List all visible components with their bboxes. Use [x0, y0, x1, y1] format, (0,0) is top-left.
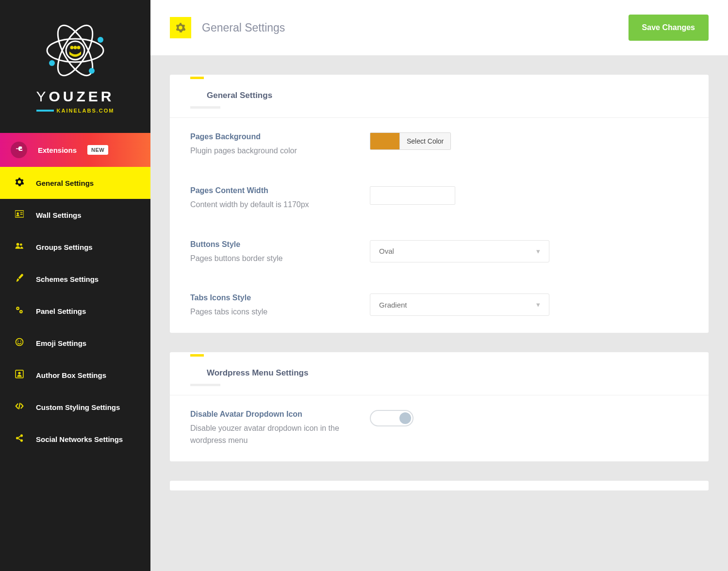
- smile-icon: [14, 338, 25, 349]
- chevron-down-icon: ▾: [536, 247, 540, 256]
- gears-icon: [14, 306, 25, 317]
- sidebar: YOUZER KAINELABS.COM Extensions NEW Gene…: [0, 0, 150, 571]
- field-desc: Plugin pages background color: [190, 145, 350, 157]
- sidebar-item-label: General Settings: [36, 179, 94, 187]
- sidebar-item-label: Emoji Settings: [36, 339, 86, 347]
- sidebar-item-schemes-settings[interactable]: Schemes Settings: [0, 263, 150, 295]
- color-picker: Select Color: [370, 132, 451, 150]
- card-general-settings: General Settings Pages Background Plugin…: [170, 75, 709, 333]
- sidebar-item-label: Author Box Settings: [36, 371, 106, 379]
- paint-brush-icon: [14, 274, 25, 285]
- field-desc: Disable youzer avatar dropdown icon in t…: [190, 423, 350, 447]
- sidebar-item-social-networks-settings[interactable]: Social Networks Settings: [0, 423, 150, 455]
- new-badge: NEW: [87, 145, 108, 155]
- tabs-icons-select[interactable]: Gradient ▾: [370, 294, 549, 316]
- section-title: Wordpress Menu Settings: [190, 368, 688, 378]
- field-desc: Pages buttons border style: [190, 253, 350, 265]
- sidebar-item-wall-settings[interactable]: Wall Settings: [0, 199, 150, 231]
- sidebar-item-panel-settings[interactable]: Panel Settings: [0, 295, 150, 327]
- page-header: General Settings Save Changes: [150, 0, 728, 55]
- svg-point-4: [70, 46, 74, 49]
- svg-point-19: [17, 341, 18, 342]
- sidebar-item-label: Groups Settings: [36, 243, 93, 251]
- atom-logo-icon: [41, 19, 109, 82]
- sidebar-item-label: Schemes Settings: [36, 275, 99, 283]
- field-tabs-icons-style: Tabs Icons Style Pages tabs icons style …: [170, 279, 709, 333]
- sidebar-item-label: Social Networks Settings: [36, 435, 123, 443]
- select-value: Oval: [379, 247, 394, 255]
- field-label: Pages Background: [190, 132, 350, 141]
- svg-point-17: [20, 311, 21, 312]
- page-title: General Settings: [202, 21, 285, 34]
- brand-name: YOUZER: [10, 88, 141, 105]
- color-swatch[interactable]: [370, 133, 399, 149]
- field-disable-avatar-dropdown: Disable Avatar Dropdown Icon Disable you…: [170, 395, 709, 461]
- field-pages-content-width: Pages Content Width Content width by def…: [170, 172, 709, 226]
- svg-point-24: [16, 437, 18, 439]
- svg-point-15: [20, 243, 22, 245]
- share-icon: [14, 434, 25, 445]
- svg-point-25: [20, 439, 23, 441]
- section-title: General Settings: [190, 91, 688, 100]
- field-label: Disable Avatar Dropdown Icon: [190, 410, 350, 419]
- svg-point-6: [77, 46, 81, 49]
- brand-logo: YOUZER KAINELABS.COM: [0, 2, 150, 133]
- select-color-button[interactable]: Select Color: [399, 133, 450, 149]
- svg-point-18: [16, 338, 23, 345]
- sidebar-item-label: Custom Styling Settings: [36, 403, 120, 411]
- chevron-down-icon: ▾: [536, 300, 540, 309]
- sidebar-item-emoji-settings[interactable]: Emoji Settings: [0, 327, 150, 359]
- select-value: Gradient: [379, 301, 407, 309]
- field-label: Pages Content Width: [190, 186, 350, 195]
- sidebar-item-custom-styling-settings[interactable]: Custom Styling Settings: [0, 391, 150, 423]
- disable-avatar-toggle[interactable]: [370, 410, 414, 426]
- sidebar-item-groups-settings[interactable]: Groups Settings: [0, 231, 150, 263]
- svg-point-16: [17, 308, 18, 309]
- gear-icon: [14, 178, 25, 189]
- svg-point-9: [89, 68, 95, 74]
- author-box-icon: [14, 370, 25, 381]
- toggle-knob: [399, 412, 411, 424]
- svg-point-3: [66, 41, 84, 60]
- card-next: [170, 481, 709, 490]
- card-wordpress-menu-settings: Wordpress Menu Settings Disable Avatar D…: [170, 352, 709, 461]
- brand-accent-bar: [36, 110, 54, 112]
- field-desc: Pages tabs icons style: [190, 306, 350, 318]
- gear-icon: [170, 17, 191, 38]
- svg-point-7: [98, 37, 103, 43]
- field-pages-background: Pages Background Plugin pages background…: [170, 118, 709, 172]
- svg-rect-12: [20, 212, 23, 213]
- svg-point-20: [20, 341, 21, 342]
- brand-subtitle: KAINELABS.COM: [57, 108, 115, 114]
- buttons-style-select[interactable]: Oval ▾: [370, 240, 549, 262]
- sidebar-item-label: Extensions: [38, 146, 77, 154]
- sidebar-item-label: Panel Settings: [36, 307, 86, 315]
- sidebar-nav: Extensions NEW General Settings Wall Set…: [0, 133, 150, 455]
- code-icon: [14, 402, 25, 413]
- users-icon: [14, 242, 25, 253]
- id-card-icon: [14, 210, 25, 221]
- field-desc: Content width by default is 1170px: [190, 199, 350, 211]
- field-buttons-style: Buttons Style Pages buttons border style…: [170, 226, 709, 279]
- field-label: Tabs Icons Style: [190, 294, 350, 302]
- svg-point-23: [20, 434, 23, 437]
- svg-point-22: [18, 372, 20, 374]
- svg-point-14: [17, 243, 19, 245]
- sidebar-item-author-box-settings[interactable]: Author Box Settings: [0, 359, 150, 391]
- plug-icon: [11, 142, 27, 158]
- save-button[interactable]: Save Changes: [629, 15, 709, 41]
- content-width-input[interactable]: [370, 186, 455, 205]
- sidebar-item-extensions[interactable]: Extensions NEW: [0, 133, 150, 167]
- svg-point-5: [74, 46, 77, 49]
- sidebar-item-label: Wall Settings: [36, 211, 82, 219]
- svg-point-8: [49, 60, 55, 66]
- svg-point-11: [17, 212, 19, 214]
- field-label: Buttons Style: [190, 240, 350, 249]
- sidebar-item-general-settings[interactable]: General Settings: [0, 167, 150, 199]
- svg-rect-13: [20, 214, 23, 215]
